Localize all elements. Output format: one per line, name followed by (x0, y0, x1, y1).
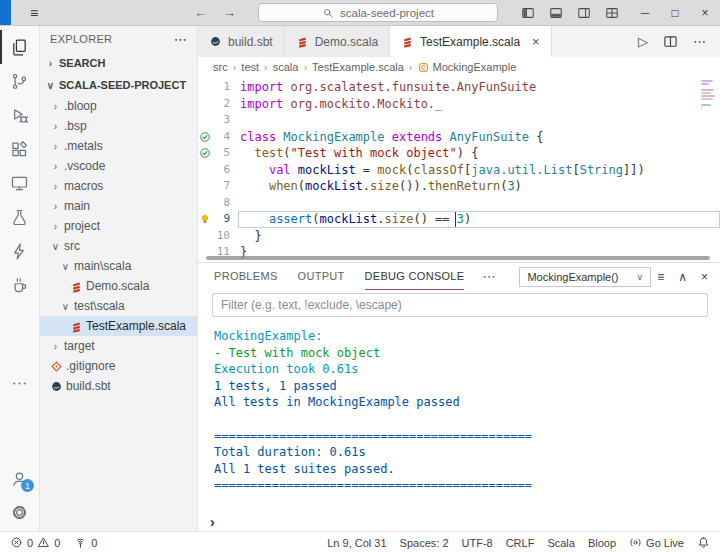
activity-accounts-button[interactable]: 1 (0, 461, 39, 495)
activity-run-and-debug-button[interactable] (0, 98, 39, 132)
status-label: CRLF (506, 537, 535, 549)
status-ln-9-col-31[interactable]: Ln 9, Col 31 (327, 537, 386, 549)
editor-group: build.sbtDemo.scalaTestExample.scala× ▷ … (198, 26, 720, 531)
breadcrumb-item-test[interactable]: test (241, 61, 259, 73)
titlebar-right: ─ □ × (516, 0, 720, 25)
warning-icon (37, 536, 50, 549)
tab-testexample-scala[interactable]: TestExample.scala× (390, 26, 552, 57)
tree-item-target[interactable]: ›target (40, 336, 197, 356)
status-scala[interactable]: Scala (547, 537, 575, 549)
close-panel-icon[interactable]: × (701, 270, 708, 284)
tree-item-demo-scala[interactable]: Demo.scala (40, 276, 197, 296)
ports-status[interactable]: 0 (74, 536, 97, 549)
error-icon (10, 536, 23, 549)
code-token: when (269, 179, 298, 193)
breadcrumb: src›test›scala›TestExample.scala›Mocking… (198, 57, 720, 77)
status-bloop[interactable]: Bloop (588, 537, 616, 549)
line-text: when(mockList.size()).thenReturn(3) (238, 178, 720, 195)
console-filter-icon[interactable]: ≡ (657, 270, 664, 284)
tree-item-gitignore[interactable]: .gitignore (40, 356, 197, 376)
layout-panel-toggle-button[interactable] (544, 1, 568, 25)
tree-item-bsp[interactable]: ›.bsp (40, 116, 197, 136)
tree-item-bloop[interactable]: ›.bloop (40, 96, 197, 116)
activity-java-packages-button[interactable] (0, 268, 39, 302)
broadcast-icon (74, 536, 87, 549)
code-token: ( (283, 146, 290, 160)
explorer-actions-icon[interactable]: ⋯ (174, 32, 187, 47)
notifications-button[interactable] (697, 536, 710, 549)
minimap-line (701, 89, 714, 91)
problems-status[interactable]: 0 0 (10, 536, 60, 549)
editor-more-actions-icon[interactable]: ⋯ (693, 34, 706, 49)
console-filter-input[interactable] (212, 293, 708, 317)
status-spaces-2[interactable]: Spaces: 2 (400, 537, 449, 549)
activity-explorer-button[interactable] (0, 30, 39, 64)
activity-source-control-button[interactable] (0, 64, 39, 98)
code-token: MockingExample (283, 130, 384, 144)
error-count: 0 (27, 537, 33, 549)
layout-sidebar-right-toggle-button[interactable] (572, 1, 596, 25)
close-tab-icon[interactable]: × (532, 34, 540, 49)
breadcrumb-item-scala[interactable]: scala (273, 61, 299, 73)
chevron-right-icon: › (50, 201, 61, 212)
status-right: Ln 9, Col 31Spaces: 2UTF-8CRLFScalaBloop… (327, 536, 710, 549)
layout-sidebar-toggle-button[interactable] (516, 1, 540, 25)
activity-testing-button[interactable] (0, 200, 39, 234)
line-number: 4 (212, 129, 230, 146)
close-button[interactable]: × (690, 0, 720, 25)
split-editor-icon[interactable] (663, 34, 678, 49)
activity-metals-button[interactable] (0, 234, 39, 268)
debug-session-dropdown[interactable]: MockingExample() ∨ (519, 267, 651, 287)
tab-label: Demo.scala (315, 35, 378, 49)
status-go-live[interactable]: Go Live (629, 536, 684, 549)
debug-repl-prompt[interactable]: › (198, 512, 720, 531)
tree-item-build-sbt[interactable]: build.sbt (40, 376, 197, 396)
tree-item-metals[interactable]: ›.metals (40, 136, 197, 156)
back-icon[interactable]: ← (194, 5, 207, 20)
tab-build-sbt[interactable]: build.sbt (198, 26, 285, 57)
panel-more-icon[interactable]: ⋯ (482, 269, 495, 284)
tree-item-test-scala[interactable]: ∨test\scala (40, 296, 197, 316)
minimap-line (701, 95, 715, 97)
activity-settings-button[interactable] (0, 495, 39, 529)
tree-item-main-scala[interactable]: ∨main\scala (40, 256, 197, 276)
maximize-button[interactable]: □ (660, 0, 690, 25)
activity-extensions-button[interactable] (0, 132, 39, 166)
tab-demo-scala[interactable]: Demo.scala (285, 26, 390, 57)
tree-item-testexample-scala[interactable]: TestExample.scala (40, 316, 197, 336)
section-project-root[interactable]: ∨ SCALA-SEED-PROJECT (40, 74, 197, 96)
layout-grid-toggle-button[interactable] (600, 1, 624, 25)
status-utf-8[interactable]: UTF-8 (462, 537, 493, 549)
breadcrumb-item-mockingexample[interactable]: MockingExample (418, 61, 517, 73)
minimap[interactable] (701, 80, 717, 112)
tree-item-macros[interactable]: ›macros (40, 176, 197, 196)
breadcrumb-item-testexample-scala[interactable]: TestExample.scala (312, 61, 404, 73)
forward-icon[interactable]: → (223, 5, 236, 20)
tree-item-project[interactable]: ›project (40, 216, 197, 236)
tree-item-src[interactable]: ∨src (40, 236, 197, 256)
maximize-panel-icon[interactable]: ∧ (678, 270, 687, 284)
text-cursor (455, 212, 457, 227)
panel-tab-problems[interactable]: PROBLEMS (214, 263, 278, 290)
tree-item-label: .vscode (64, 159, 105, 173)
activity-remote-explorer-button[interactable] (0, 166, 39, 200)
run-button[interactable]: ▷ (638, 34, 648, 49)
tree-item-main[interactable]: ›main (40, 196, 197, 216)
panel-tab-output[interactable]: OUTPUT (298, 263, 345, 290)
horizontal-scrollbar[interactable] (206, 256, 710, 260)
menu-icon[interactable]: ≡ (24, 5, 44, 21)
command-center-search[interactable]: scala-seed-project (258, 3, 498, 22)
section-search[interactable]: › SEARCH (40, 52, 197, 74)
minimize-button[interactable]: ─ (630, 0, 660, 25)
tree-item-vscode[interactable]: ›.vscode (40, 156, 197, 176)
code-token: AnyFunSuite (450, 130, 529, 144)
breadcrumb-item-src[interactable]: src (213, 61, 228, 73)
code-editor[interactable]: 1import org.scalatest.funsuite.AnyFunSui… (198, 77, 720, 263)
code-token: String (580, 163, 623, 177)
activity-more-views-button[interactable] (0, 366, 39, 400)
panel-tab-debug-console[interactable]: DEBUG CONSOLE (365, 263, 465, 290)
line-text: class MockingExample extends AnyFunSuite… (238, 129, 720, 146)
test-pass-icon (199, 147, 211, 159)
status-crlf[interactable]: CRLF (506, 537, 535, 549)
code-token: ) (464, 212, 471, 226)
